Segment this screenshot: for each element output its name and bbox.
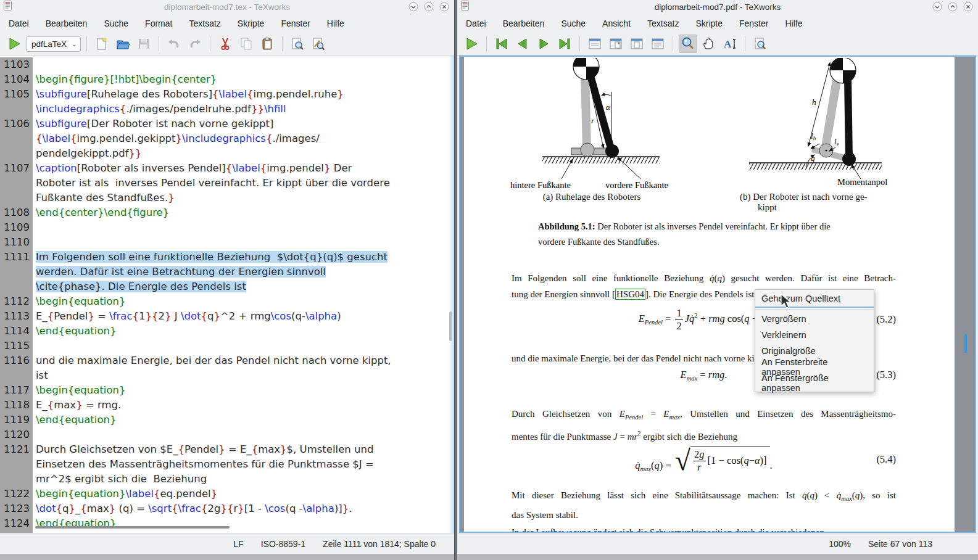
code-row[interactable]: 1107\caption[Roboter als inverses Pendel… — [0, 161, 454, 176]
previous-page-button[interactable] — [513, 35, 532, 53]
code-row[interactable]: 1122\begin{equation}\label{eq.pendel} — [0, 487, 454, 501]
find-button[interactable] — [288, 35, 307, 53]
code-row[interactable]: 1109 — [0, 220, 454, 235]
code-row[interactable]: 1117\begin{equation} — [0, 383, 454, 398]
menu-datei[interactable]: Datei — [9, 19, 29, 28]
menu-textsatz[interactable]: Textsatz — [647, 19, 679, 28]
left-toolbar: pdfLaTeX ⌄ — [0, 33, 454, 56]
magnify-tool-button[interactable] — [679, 35, 697, 53]
menu-suche[interactable]: Suche — [561, 19, 586, 28]
context-menu-item-an-fenstergrö-e-anpassen[interactable]: An Fenstergröße anpassen — [755, 375, 874, 391]
paste-button[interactable] — [258, 35, 276, 53]
menu-bearbeiten[interactable]: Bearbeiten — [503, 19, 545, 28]
menu-skripte[interactable]: Skripte — [238, 19, 265, 28]
menu-fenster[interactable]: Fenster — [281, 19, 310, 28]
right-maximize-button[interactable] — [948, 2, 958, 12]
page-layout-single-icon[interactable] — [586, 35, 604, 53]
code-row[interactable]: 1124\end{equation} — [0, 516, 454, 531]
code-row[interactable]: 1110 — [0, 235, 454, 250]
code-row[interactable]: 1116und die maximale Energie, bei der da… — [0, 353, 454, 368]
cut-button[interactable] — [216, 35, 234, 53]
code-row[interactable]: ist — [0, 368, 454, 383]
line-number: 1110 — [0, 235, 33, 250]
line-number: 1122 — [0, 487, 33, 501]
code-row[interactable]: Roboter ist als inverses Pendel vereinfa… — [0, 176, 454, 191]
left-minimize-button[interactable] — [408, 2, 418, 12]
encoding-indicator: ISO-8859-1 — [261, 539, 305, 549]
line-number: 1105 — [0, 87, 33, 102]
first-page-button[interactable] — [492, 35, 511, 53]
typeset-run-button[interactable] — [462, 35, 481, 53]
page-layout-continuous-icon[interactable] — [607, 35, 625, 53]
code-row[interactable]: pendelgekippt.pdf}} — [0, 146, 454, 161]
redo-button[interactable] — [186, 35, 204, 53]
code-row[interactable]: 1111Im Folgenden soll eine funktionelle … — [0, 250, 454, 265]
code-row[interactable]: 1105\subfigure[Ruhelage des Roboters]{\l… — [0, 87, 454, 102]
svg-text:A: A — [724, 38, 732, 50]
right-title-bar[interactable]: diplomarbeit-mod7.pdf - TeXworks — [457, 0, 978, 14]
code-row[interactable]: 1112\begin{equation} — [0, 294, 454, 309]
right-close-button[interactable] — [963, 2, 973, 12]
code-row[interactable]: {\label{img.pendel.gekippt}\includegraph… — [0, 131, 454, 146]
code-row[interactable]: 1123\dot{q}_{max} (q) = \sqrt{\frac{2g}{… — [0, 501, 454, 516]
select-text-tool-button[interactable]: A — [721, 35, 739, 53]
left-maximize-button[interactable] — [424, 2, 434, 12]
menu-skripte[interactable]: Skripte — [695, 19, 723, 28]
undo-button[interactable] — [165, 35, 183, 53]
code-row[interactable]: 1104\begin{figure}[!hbt]\begin{center} — [0, 72, 454, 87]
code-row[interactable]: Fußkante des Standfußes.} — [0, 191, 454, 205]
code-row[interactable]: mr^2$ ergibt sich die Beziehung — [0, 472, 454, 487]
find-button[interactable] — [751, 35, 769, 53]
find-replace-button[interactable] — [309, 35, 328, 53]
save-document-button[interactable] — [135, 35, 153, 53]
pdf-vertical-scrollbar[interactable] — [964, 334, 967, 353]
right-minimize-button[interactable] — [932, 2, 942, 12]
code-row[interactable]: werden. Dafür ist eine Betrachtung der E… — [0, 265, 454, 279]
code-row[interactable]: 1121Durch Gleichsetzen von $E_{Pendel} =… — [0, 442, 454, 457]
last-page-button[interactable] — [555, 35, 574, 53]
next-page-button[interactable] — [534, 35, 553, 53]
typeset-run-button[interactable] — [5, 35, 23, 53]
center-of-mass-icon — [830, 58, 856, 83]
scroll-hand-tool-button[interactable] — [700, 35, 718, 53]
code-row[interactable]: 1108\end{center}\end{figure} — [0, 205, 454, 220]
open-document-button[interactable] — [114, 35, 132, 53]
typeset-engine-select[interactable]: pdfLaTeX ⌄ — [26, 36, 81, 52]
context-menu-item-vergrö-ern[interactable]: Vergrößern — [755, 311, 874, 327]
code-row[interactable]: 1120 — [0, 427, 454, 442]
copy-button[interactable] — [237, 35, 255, 53]
menu-fenster[interactable]: Fenster — [739, 19, 768, 28]
code-row[interactable]: 1103 — [0, 57, 454, 72]
left-close-button[interactable] — [439, 2, 449, 12]
menu-hilfe[interactable]: Hilfe — [327, 19, 344, 28]
new-document-button[interactable] — [93, 35, 111, 53]
code-row[interactable]: 1115 — [0, 339, 454, 353]
line-number: 1121 — [0, 442, 33, 457]
menu-ansicht[interactable]: Ansicht — [602, 19, 631, 28]
pdf-page[interactable]: α r hintere Fußkante vordere Fußkante — [464, 57, 955, 533]
code-row[interactable]: \includegraphics{./images/pendelruhe.pdf… — [0, 102, 454, 117]
code-row[interactable]: \cite{phase}. Die Energie des Pendels is… — [0, 279, 454, 294]
context-menu-item-gehe-zum-quelltext[interactable]: Gehe zum Quelltext — [755, 290, 874, 308]
code-row[interactable]: 1106\subfigure[Der Roboter ist nach vorn… — [0, 117, 454, 131]
menu-textsatz[interactable]: Textsatz — [189, 19, 220, 28]
code-row[interactable]: 1118E_{max} = rmg. — [0, 398, 454, 413]
code-row[interactable]: 1119\end{equation} — [0, 413, 454, 427]
menu-format[interactable]: Format — [145, 19, 172, 28]
page-layout-facing-icon[interactable] — [628, 35, 646, 53]
menu-bearbeiten[interactable]: Bearbeiten — [46, 19, 88, 28]
code-row[interactable]: 1113E_{Pendel} = \frac{1}{2} J \dot{q}^2… — [0, 309, 454, 324]
editor-horizontal-scrollbar[interactable] — [35, 526, 230, 529]
code-row[interactable]: 1114\end{equation} — [0, 324, 454, 339]
menu-datei[interactable]: Datei — [466, 19, 486, 28]
line-number: 1111 — [0, 250, 33, 265]
page-layout-book-icon[interactable] — [649, 35, 667, 53]
context-menu-item-verkleinern[interactable]: Verkleinern — [755, 327, 874, 343]
editor-vertical-scrollbar[interactable] — [449, 311, 452, 341]
pdf-scroll-area[interactable]: α r hintere Fußkante vordere Fußkante — [459, 56, 976, 533]
menu-hilfe[interactable]: Hilfe — [785, 19, 802, 28]
code-row[interactable]: Einsetzen des Massenträgheitsmomentes fü… — [0, 457, 454, 472]
left-title-bar[interactable]: diplomarbeit-mod7.tex - TeXworks — [0, 0, 454, 14]
menu-suche[interactable]: Suche — [104, 19, 128, 28]
source-code-editor[interactable]: 11031104\begin{figure}[!hbt]\begin{cente… — [0, 56, 454, 533]
